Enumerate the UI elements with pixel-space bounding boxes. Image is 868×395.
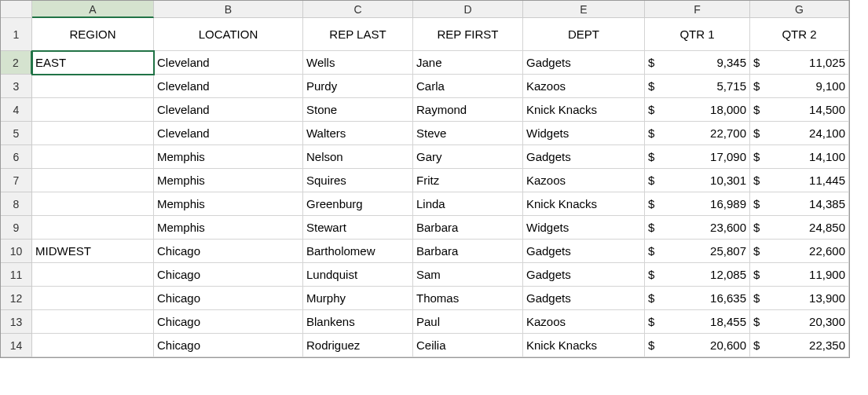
column-header-G[interactable]: G bbox=[750, 1, 849, 18]
column-header-B[interactable]: B bbox=[154, 1, 303, 18]
cell-region[interactable] bbox=[32, 75, 154, 98]
header-qtr1[interactable]: QTR 1 bbox=[645, 18, 750, 51]
header-dept[interactable]: DEPT bbox=[523, 18, 645, 51]
cell-rep-first[interactable]: Fritz bbox=[413, 169, 523, 192]
cell-dept[interactable]: Gadgets bbox=[523, 240, 645, 263]
cell-dept[interactable]: Widgets bbox=[523, 122, 645, 145]
cell-qtr2[interactable]: $11,025 bbox=[750, 51, 849, 75]
cell-region[interactable] bbox=[32, 334, 154, 357]
cell-rep-last[interactable]: Greenburg bbox=[303, 192, 413, 216]
column-header-E[interactable]: E bbox=[523, 1, 645, 18]
cell-qtr2[interactable]: $11,900 bbox=[750, 263, 849, 287]
cell-location[interactable]: Chicago bbox=[154, 310, 303, 334]
cell-region[interactable] bbox=[32, 310, 154, 334]
cell-location[interactable]: Memphis bbox=[154, 216, 303, 240]
cell-qtr2[interactable]: $20,300 bbox=[750, 310, 849, 334]
cell-rep-last[interactable]: Murphy bbox=[303, 287, 413, 310]
cell-dept[interactable]: Knick Knacks bbox=[523, 192, 645, 216]
cell-qtr2[interactable]: $22,600 bbox=[750, 240, 849, 263]
column-header-D[interactable]: D bbox=[413, 1, 523, 18]
cell-rep-first[interactable]: Raymond bbox=[413, 98, 523, 122]
cell-rep-first[interactable]: Paul bbox=[413, 310, 523, 334]
cell-dept[interactable]: Kazoos bbox=[523, 310, 645, 334]
cell-dept[interactable]: Gadgets bbox=[523, 145, 645, 169]
cell-region[interactable] bbox=[32, 287, 154, 310]
row-header-8[interactable]: 8 bbox=[1, 192, 32, 216]
cell-dept[interactable]: Kazoos bbox=[523, 169, 645, 192]
cell-qtr1[interactable]: $22,700 bbox=[645, 122, 750, 145]
cell-dept[interactable]: Gadgets bbox=[523, 287, 645, 310]
cell-qtr2[interactable]: $22,350 bbox=[750, 334, 849, 357]
cell-rep-last[interactable]: Stewart bbox=[303, 216, 413, 240]
cell-qtr1[interactable]: $17,090 bbox=[645, 145, 750, 169]
header-rep-last[interactable]: REP LAST bbox=[303, 18, 413, 51]
row-header-5[interactable]: 5 bbox=[1, 122, 32, 145]
cell-location[interactable]: Memphis bbox=[154, 169, 303, 192]
cell-region[interactable] bbox=[32, 216, 154, 240]
row-header-1[interactable]: 1 bbox=[1, 18, 32, 51]
cell-location[interactable]: Cleveland bbox=[154, 98, 303, 122]
cell-region[interactable] bbox=[32, 98, 154, 122]
column-header-F[interactable]: F bbox=[645, 1, 750, 18]
cell-rep-first[interactable]: Linda bbox=[413, 192, 523, 216]
cell-dept[interactable]: Gadgets bbox=[523, 263, 645, 287]
cell-rep-last[interactable]: Blankens bbox=[303, 310, 413, 334]
header-location[interactable]: LOCATION bbox=[154, 18, 303, 51]
row-header-4[interactable]: 4 bbox=[1, 98, 32, 122]
row-header-7[interactable]: 7 bbox=[1, 169, 32, 192]
cell-rep-last[interactable]: Rodriguez bbox=[303, 334, 413, 357]
cell-qtr1[interactable]: $16,989 bbox=[645, 192, 750, 216]
cell-location[interactable]: Memphis bbox=[154, 192, 303, 216]
cell-qtr1[interactable]: $25,807 bbox=[645, 240, 750, 263]
cell-region[interactable] bbox=[32, 263, 154, 287]
cell-rep-first[interactable]: Thomas bbox=[413, 287, 523, 310]
row-header-2[interactable]: 2 bbox=[1, 51, 32, 75]
cell-dept[interactable]: Knick Knacks bbox=[523, 98, 645, 122]
cell-location[interactable]: Chicago bbox=[154, 334, 303, 357]
row-header-3[interactable]: 3 bbox=[1, 75, 32, 98]
cell-rep-last[interactable]: Stone bbox=[303, 98, 413, 122]
cell-rep-last[interactable]: Nelson bbox=[303, 145, 413, 169]
cell-rep-first[interactable]: Jane bbox=[413, 51, 523, 75]
cell-rep-last[interactable]: Bartholomew bbox=[303, 240, 413, 263]
cell-rep-first[interactable]: Carla bbox=[413, 75, 523, 98]
cell-rep-first[interactable]: Ceilia bbox=[413, 334, 523, 357]
cell-qtr1[interactable]: $20,600 bbox=[645, 334, 750, 357]
cell-qtr2[interactable]: $24,100 bbox=[750, 122, 849, 145]
cell-rep-last[interactable]: Walters bbox=[303, 122, 413, 145]
cell-location[interactable]: Cleveland bbox=[154, 51, 303, 75]
cell-qtr2[interactable]: $14,500 bbox=[750, 98, 849, 122]
row-header-10[interactable]: 10 bbox=[1, 240, 32, 263]
cell-rep-last[interactable]: Squires bbox=[303, 169, 413, 192]
row-header-9[interactable]: 9 bbox=[1, 216, 32, 240]
cell-dept[interactable]: Knick Knacks bbox=[523, 334, 645, 357]
cell-rep-first[interactable]: Gary bbox=[413, 145, 523, 169]
row-header-14[interactable]: 14 bbox=[1, 334, 32, 357]
column-header-A[interactable]: A bbox=[32, 1, 154, 18]
cell-qtr1[interactable]: $12,085 bbox=[645, 263, 750, 287]
cell-rep-first[interactable]: Barbara bbox=[413, 240, 523, 263]
row-header-11[interactable]: 11 bbox=[1, 263, 32, 287]
cell-qtr1[interactable]: $18,000 bbox=[645, 98, 750, 122]
cell-qtr1[interactable]: $16,635 bbox=[645, 287, 750, 310]
header-qtr2[interactable]: QTR 2 bbox=[750, 18, 849, 51]
row-header-12[interactable]: 12 bbox=[1, 287, 32, 310]
cell-rep-first[interactable]: Barbara bbox=[413, 216, 523, 240]
cell-qtr2[interactable]: $14,100 bbox=[750, 145, 849, 169]
cell-region[interactable] bbox=[32, 169, 154, 192]
cell-qtr1[interactable]: $10,301 bbox=[645, 169, 750, 192]
cell-location[interactable]: Chicago bbox=[154, 263, 303, 287]
cell-qtr2[interactable]: $24,850 bbox=[750, 216, 849, 240]
cell-region[interactable] bbox=[32, 192, 154, 216]
spreadsheet-grid[interactable]: A B C D E F G 1 2 3 4 5 6 7 8 9 10 11 12… bbox=[0, 0, 850, 358]
cell-rep-last[interactable]: Purdy bbox=[303, 75, 413, 98]
cell-rep-last[interactable]: Lundquist bbox=[303, 263, 413, 287]
cell-location[interactable]: Memphis bbox=[154, 145, 303, 169]
row-header-6[interactable]: 6 bbox=[1, 145, 32, 169]
cell-rep-first[interactable]: Steve bbox=[413, 122, 523, 145]
cell-qtr1[interactable]: $18,455 bbox=[645, 310, 750, 334]
cell-dept[interactable]: Gadgets bbox=[523, 51, 645, 75]
cell-dept[interactable]: Widgets bbox=[523, 216, 645, 240]
cell-qtr2[interactable]: $13,900 bbox=[750, 287, 849, 310]
cell-location[interactable]: Chicago bbox=[154, 287, 303, 310]
